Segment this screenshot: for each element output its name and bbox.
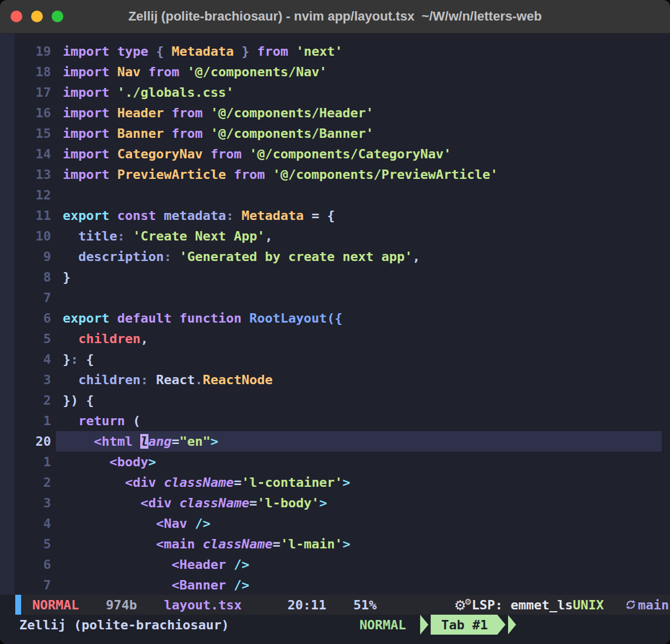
zoom-button[interactable] (52, 11, 63, 22)
code-token (63, 557, 171, 572)
code-text: }: { (63, 349, 94, 370)
zellij-tab-label[interactable]: Tab #1 (431, 615, 505, 635)
code-line[interactable]: 14import CategoryNav from '@/components/… (0, 144, 670, 164)
code-token: return (79, 413, 133, 428)
code-line[interactable]: 11export const metadata: Metadata = { (0, 205, 670, 226)
code-token: ( (133, 413, 140, 428)
code-token: 'next' (296, 44, 342, 59)
editor-lines: 19import type { Metadata } from 'next'18… (0, 41, 670, 595)
nvim-statusline: NORMAL 974b layout.tsx 20:11 51% ⚙⚙ LSP:… (0, 595, 670, 615)
line-number: 6 (0, 308, 51, 328)
code-line[interactable]: 7 (0, 287, 670, 308)
editor-buffer[interactable]: 19import type { Metadata } from 'next'18… (0, 33, 670, 595)
code-token: metadata (164, 208, 226, 223)
terminal-bottom-padding (0, 635, 670, 644)
code-line[interactable]: 4 <Nav /> (0, 513, 670, 534)
code-line[interactable]: 6 <Header /> (0, 554, 670, 575)
titlebar: Zellij (polite-brachiosaur) - nvim app/l… (0, 0, 670, 33)
code-token: '@/components/Nav' (187, 65, 327, 79)
lsp-status: ⚙⚙ LSP: emmet_ls (454, 597, 573, 613)
code-token: : (70, 352, 78, 367)
code-line[interactable]: 3 children: React.ReactNode (0, 370, 670, 390)
code-line[interactable]: 2 <div className='l-container'> (0, 472, 670, 493)
code-text: import Nav from '@/components/Nav' (63, 62, 327, 82)
code-token: = (234, 475, 241, 490)
code-token: 'l-main' (280, 537, 343, 551)
code-token: > (343, 537, 350, 551)
tab-arrow-right-icon (508, 615, 516, 635)
code-text: import './globals.css' (63, 82, 234, 103)
code-line[interactable]: 1 return ( (0, 411, 670, 431)
code-token: 'l-body' (257, 496, 319, 510)
close-button[interactable] (11, 11, 22, 22)
code-token: import (63, 65, 117, 79)
lsp-label: LSP: emmet_ls (472, 598, 573, 612)
code-token: /> (234, 578, 249, 592)
code-text: import PreviewArticle from '@/components… (63, 164, 498, 185)
code-line[interactable]: 9 description: 'Generated by create next… (0, 246, 670, 267)
zellij-tab[interactable]: Tab #1 (420, 615, 516, 635)
code-token: function (180, 311, 249, 326)
code-token: import (63, 44, 117, 59)
code-token: : (140, 372, 148, 387)
code-token: "en" (180, 434, 211, 449)
code-line[interactable]: 19import type { Metadata } from 'next' (0, 41, 670, 62)
minimize-button[interactable] (31, 11, 43, 22)
code-line[interactable]: 1 <body> (0, 452, 670, 472)
code-token: from (140, 65, 187, 79)
line-number: 10 (0, 226, 51, 246)
code-line[interactable]: 17import './globals.css' (0, 82, 670, 103)
line-number: 19 (0, 41, 51, 62)
line-number: 6 (0, 554, 51, 575)
code-token: { (156, 44, 172, 59)
code-token (156, 475, 164, 490)
code-token (63, 455, 109, 469)
code-line[interactable]: 6export default function RootLayout({ (0, 308, 670, 328)
code-token: from (226, 167, 272, 182)
filename: layout.tsx (164, 598, 241, 612)
code-text: }) { (63, 390, 94, 411)
code-token: Metadata (171, 44, 234, 59)
code-token: : (226, 208, 234, 223)
code-token (63, 475, 125, 490)
code-token: , (140, 331, 148, 346)
line-number: 18 (0, 62, 51, 82)
code-line[interactable]: 18import Nav from '@/components/Nav' (0, 62, 670, 82)
code-line[interactable]: 20 <html lang="en"> (0, 431, 670, 452)
code-token (187, 516, 195, 531)
statusline-left-accent-bar (15, 595, 21, 615)
code-token: import (63, 106, 117, 120)
code-line[interactable]: 3 <div className='l-body'> (0, 493, 670, 513)
line-number: 4 (0, 349, 51, 370)
code-token: } (63, 352, 70, 367)
code-line[interactable]: 15import Banner from '@/components/Banne… (0, 123, 670, 144)
code-line[interactable]: 10 title: 'Create Next App', (0, 226, 670, 246)
code-text: export default function RootLayout({ (63, 308, 343, 328)
code-line[interactable]: 16import Header from '@/components/Heade… (0, 103, 670, 123)
line-number: 12 (0, 185, 51, 205)
code-line[interactable]: 12 (0, 185, 670, 205)
code-text: <html lang="en"> (63, 431, 218, 452)
traffic-lights (11, 0, 63, 33)
code-line[interactable]: 4}: { (0, 349, 670, 370)
code-token: from (164, 106, 210, 120)
code-line[interactable]: 2}) { (0, 390, 670, 411)
code-token: Nav (117, 65, 141, 79)
line-number: 13 (0, 164, 51, 185)
code-token (63, 434, 94, 449)
code-token: './globals.css' (117, 85, 234, 100)
code-token: import (63, 126, 117, 141)
scroll-percent: 51% (353, 598, 377, 612)
code-token: export (63, 208, 117, 223)
code-line[interactable]: 5 children, (0, 328, 670, 349)
code-line[interactable]: 8} (0, 267, 670, 287)
code-text: children: React.ReactNode (63, 370, 273, 390)
code-line[interactable]: 5 <main className='l-main'> (0, 534, 670, 554)
code-token: > (343, 475, 350, 490)
code-token: /> (195, 516, 211, 531)
code-line[interactable]: 7 <Banner /> (0, 575, 670, 595)
file-format: UNIX (573, 598, 604, 612)
code-text: <div className='l-container'> (63, 472, 350, 493)
code-text: <body> (63, 452, 156, 472)
code-line[interactable]: 13import PreviewArticle from '@/componen… (0, 164, 670, 185)
